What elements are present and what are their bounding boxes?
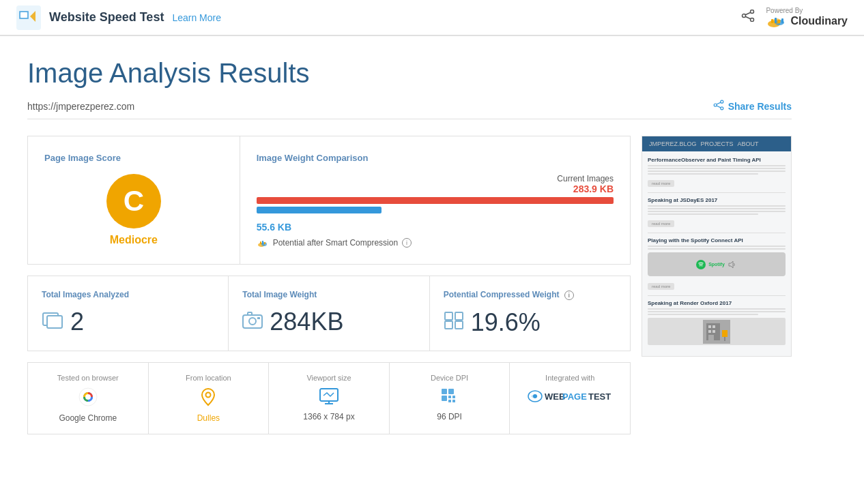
svg-rect-48 [448,400,451,402]
preview-content: PerformanceObserver and Paint Timing API… [642,151,791,356]
total-images-metric: Total Images Analyzed 2 [28,276,229,351]
browser-item: Tested on browser [28,363,149,434]
images-icon [42,309,63,335]
svg-rect-59 [708,325,711,328]
camera-icon [242,311,263,333]
preview-line [648,311,786,312]
weight-bars [257,197,614,213]
compressed-value: 55.6 KB [257,222,614,233]
potential-row: Potential after Smart Compression i [257,238,614,248]
svg-rect-14 [778,20,780,23]
viewport-label: Viewport size [280,374,378,382]
footer-info: Tested on browser [27,362,631,434]
svg-line-20 [717,106,721,108]
location-item: From location Dulles [149,363,270,434]
header-left: Website Speed Test Learn More [16,5,221,30]
main-content: Image Analysis Results https://jmperezpe… [0,36,819,456]
learn-more-link[interactable]: Learn More [172,12,221,23]
potential-icon [257,238,269,248]
preview-button-2: read more [648,220,674,227]
preview-title-3: Playing with the Spotify Connect API [648,237,786,243]
svg-rect-13 [775,18,777,23]
compressed-weight-value: 19.6% [471,308,541,337]
svg-rect-62 [712,330,715,333]
preview-section-3: Playing with the Spotify Connect API Spo… [648,237,786,290]
spotify-text: Spotify [708,262,725,267]
browser-value: Google Chrome [39,413,137,423]
chrome-icon [39,387,137,411]
current-label: Current Images [557,174,614,183]
compressed-weight-label: Potential Compressed Weight i [444,290,616,300]
preview-line [648,171,786,172]
svg-text:PAGE: PAGE [562,391,587,402]
preview-line [648,213,758,215]
url-bar: https://jmperezperez.com Share Results [27,100,792,119]
svg-point-16 [720,100,723,103]
page-title: Image Analysis Results [27,58,792,89]
preview-title-4: Speaking at Render Oxford 2017 [648,300,786,306]
preview-section-2: Speaking at JSDayES 2017 read more [648,197,786,227]
cloudinary-name: Cloudinary [790,15,848,27]
svg-rect-45 [442,396,447,401]
score-rating: Mediocre [44,234,223,246]
dpi-value: 96 DPI [401,412,499,421]
viewport-item: Viewport size 1366 x 784 px [269,363,390,434]
volume-icon [728,260,737,269]
powered-by: Powered By Cloudinary [766,7,848,28]
viewport-value: 1366 x 784 px [280,412,378,421]
weight-comparison-label: Image Weight Comparison [257,153,614,163]
preview-section-4: Speaking at Render Oxford 2017 [648,300,786,345]
location-value: Dulles [160,413,258,423]
svg-rect-15 [781,18,783,23]
preview-line [648,314,758,315]
svg-rect-60 [712,325,715,328]
svg-rect-35 [455,321,463,329]
webpagetest-logo-svg: WEB PAGE TEST [525,387,614,405]
cloudinary-logo-icon [766,14,788,28]
dpi-item: Device DPI 96 DPI [390,363,510,434]
share-icon[interactable] [741,10,755,25]
share-results-button[interactable]: Share Results [713,100,792,113]
preview-line [648,208,786,209]
svg-line-8 [746,16,751,19]
compressed-weight-value-row: 19.6% [444,308,616,337]
monitor-icon [280,387,378,409]
preview-line [648,205,786,207]
preview-button-3: read more [648,283,674,290]
svg-point-55 [696,260,706,269]
svg-point-38 [85,394,91,400]
compressed-info-icon[interactable]: i [564,291,574,300]
cloudinary-logo: Cloudinary [766,14,848,28]
svg-rect-23 [260,241,261,244]
logo-icon [16,5,41,30]
weight-comparison-box: Image Weight Comparison Current Images 2… [240,136,630,264]
preview-nav-about: ABOUT [738,140,759,147]
bar-red [257,197,614,204]
preview-spotify: Spotify [648,252,786,276]
svg-rect-31 [257,317,260,319]
score-box: Page Image Score C Mediocre [28,136,240,264]
svg-rect-63 [708,335,714,340]
preview-nav-projects: PROJECTS [701,140,734,147]
location-label: From location [160,374,258,382]
svg-rect-24 [262,241,263,244]
svg-rect-43 [442,389,447,394]
preview-title-2: Speaking at JSDayES 2017 [648,197,786,203]
right-panel: JMPEREZ.BLOG PROJECTS ABOUT PerformanceO… [642,136,792,434]
info-icon[interactable]: i [402,238,412,248]
svg-rect-12 [771,19,773,23]
svg-rect-34 [445,321,452,329]
svg-rect-65 [724,337,725,341]
preview-line [648,248,786,250]
grid-icon [444,311,464,334]
svg-line-19 [717,102,721,104]
header-right: Powered By Cloudinary [741,7,848,28]
bottom-metrics: Total Images Analyzed 2 T [27,276,631,351]
total-images-value-row: 2 [42,308,214,336]
svg-point-6 [743,14,746,18]
preview-header: JMPEREZ.BLOG PROJECTS ABOUT [642,136,791,151]
preview-line [648,165,786,166]
svg-rect-46 [448,396,451,398]
current-label-row: Current Images 283.9 KB [257,174,614,194]
preview-line [648,308,786,310]
